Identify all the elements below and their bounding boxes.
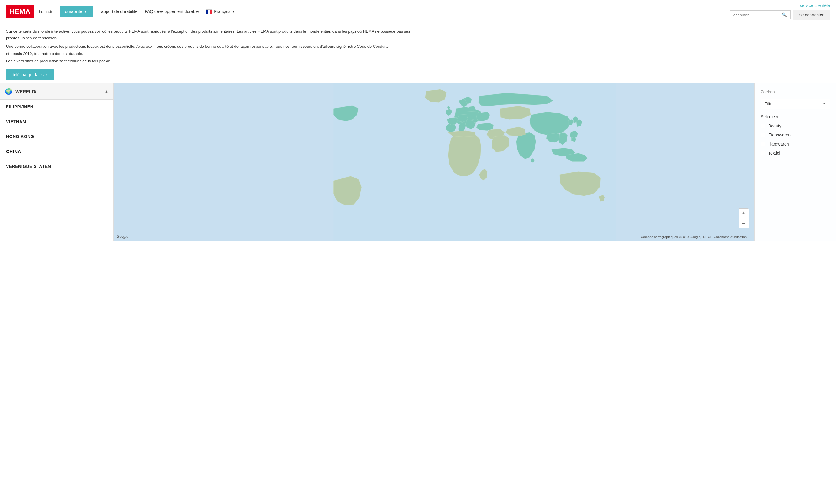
sidebar-item-verenigde-staten[interactable]: VERENIGDE STATEN [0, 159, 113, 174]
checkbox-etenswaren-label: Etenswaren [768, 133, 791, 137]
header-right: service clientèle 🔍 se connecter [730, 3, 830, 20]
rapport-link[interactable]: rapport de durabilité [100, 9, 138, 14]
intro-paragraph-3: et depuis 2019, tout notre coton est dur… [6, 51, 412, 57]
sidebar-list: FILIPPIJNEN VIETNAM HONG KONG CHINA VERE… [0, 99, 113, 174]
conditions-link[interactable]: Conditions d'utilisation [714, 235, 747, 239]
download-button[interactable]: télécharger la liste [6, 69, 54, 80]
sidebar-item-vietnam[interactable]: VIETNAM [0, 114, 113, 129]
sidebar-item-filippijnen[interactable]: FILIPPIJNEN [0, 99, 113, 114]
world-map-svg [114, 83, 836, 240]
flag-fr-icon [206, 9, 212, 14]
checkbox-textiel[interactable]: Textiel [761, 151, 830, 155]
map-container: 🌍 WERELD/ ▲ FILIPPIJNEN VIETNAM HONG KON… [0, 83, 836, 240]
lang-selector[interactable]: Français ▼ [206, 9, 235, 14]
intro-paragraph-2: Une bonne collaboration avec les product… [6, 43, 412, 50]
lang-label: Français [214, 9, 230, 14]
durabilite-button[interactable]: durabilité ▼ [60, 6, 93, 17]
checkbox-etenswaren[interactable]: Etenswaren [761, 133, 830, 137]
connect-button[interactable]: se connecter [793, 10, 830, 20]
checkbox-beauty-label: Beauty [768, 123, 781, 128]
filter-panel: Zoeken Filter ▼ Selecteer: Beauty Etensw… [754, 83, 836, 240]
map-footer: Données cartographiques ©2019 Google, IN… [640, 235, 747, 239]
sidebar-item-hong-kong[interactable]: HONG KONG [0, 129, 113, 144]
intro-paragraph-4: Les divers sites de production sont éval… [6, 58, 412, 64]
logo: HEMA [6, 5, 34, 18]
search-icon: 🔍 [782, 13, 787, 17]
search-box: 🔍 [730, 10, 791, 19]
chevron-down-icon: ▼ [84, 10, 87, 13]
header: HEMA hema.fr durabilité ▼ rapport de dur… [0, 0, 836, 22]
faq-link[interactable]: FAQ développement durable [145, 9, 198, 14]
intro-section: Sur cette carte du monde interactive, vo… [0, 22, 418, 67]
map-copyright: Données cartographiques ©2019 Google, IN… [640, 235, 711, 239]
lang-chevron-icon: ▼ [232, 10, 235, 13]
zoom-controls: + − [739, 209, 748, 228]
checkbox-etenswaren-input[interactable] [761, 133, 765, 137]
checkbox-hardwaren-input[interactable] [761, 142, 765, 147]
zoom-out-button[interactable]: − [739, 218, 748, 228]
selecteer-label: Selecteer: [761, 114, 830, 119]
sidebar-header[interactable]: 🌍 WERELD/ ▲ [0, 83, 113, 99]
checkbox-textiel-input[interactable] [761, 151, 765, 155]
checkbox-hardwaren-label: Hardwaren [768, 141, 789, 147]
filter-dropdown-label: Filter [764, 101, 774, 106]
sidebar-item-china[interactable]: CHINA [0, 144, 113, 159]
zoeken-label: Zoeken [761, 90, 830, 94]
service-clientele-link[interactable]: service clientèle [800, 3, 830, 8]
checkbox-hardwaren[interactable]: Hardwaren [761, 141, 830, 147]
chevron-up-icon: ▲ [105, 89, 108, 94]
durabilite-label: durabilité [65, 9, 82, 14]
filter-dropdown[interactable]: Filter ▼ [761, 99, 830, 109]
zoom-in-button[interactable]: + [739, 209, 748, 218]
map-visual[interactable]: Google Données cartographiques ©2019 Goo… [114, 83, 836, 240]
checkbox-textiel-label: Textiel [768, 151, 780, 155]
globe-icon: 🌍 [5, 88, 13, 95]
checkbox-beauty[interactable]: Beauty [761, 123, 830, 128]
filter-chevron-icon: ▼ [822, 102, 826, 106]
site-name: hema.fr [39, 9, 52, 14]
intro-paragraph-1: Sur cette carte du monde interactive, vo… [6, 28, 412, 41]
google-logo: Google [116, 234, 128, 239]
sidebar: 🌍 WERELD/ ▲ FILIPPIJNEN VIETNAM HONG KON… [0, 83, 114, 240]
sidebar-world-label: WERELD/ [15, 89, 36, 94]
checkbox-beauty-input[interactable] [761, 124, 765, 128]
search-input[interactable] [734, 13, 782, 17]
